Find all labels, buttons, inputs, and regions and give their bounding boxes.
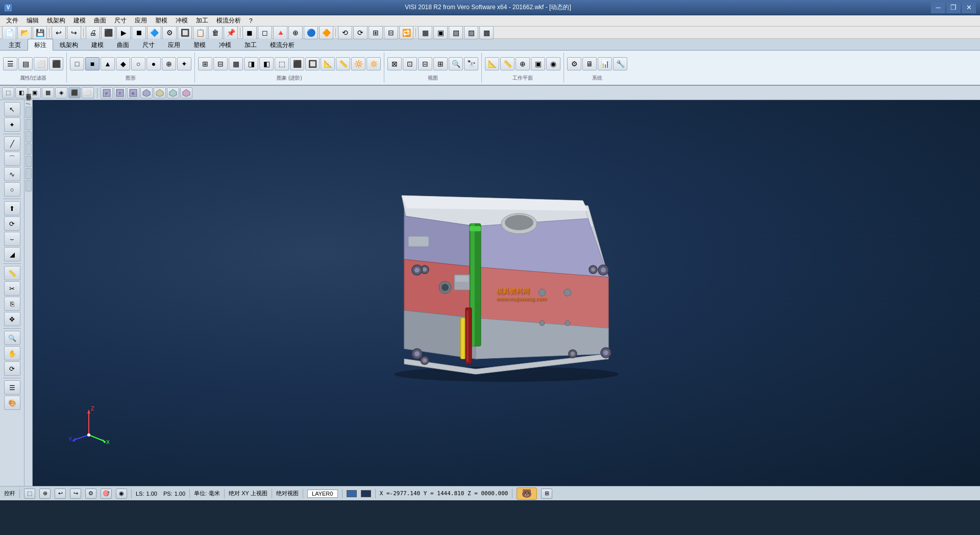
- sys-btn-1[interactable]: ⚙: [567, 57, 581, 70]
- tab-home[interactable]: 主页: [2, 39, 28, 50]
- tool-zoom[interactable]: 🔍: [4, 331, 20, 345]
- toolbar-btn-22[interactable]: ▣: [433, 26, 448, 39]
- view-btn-4[interactable]: ⊞: [433, 57, 448, 70]
- prop-strip-btn-3[interactable]: [26, 131, 32, 142]
- img-btn-11[interactable]: 🔆: [351, 57, 365, 70]
- view-mode-shade-edge[interactable]: ▦: [42, 87, 54, 99]
- shape-btn-8[interactable]: ✦: [177, 57, 191, 70]
- prop-strip-btn-4[interactable]: [26, 143, 32, 155]
- menu-dimension[interactable]: 尺寸: [110, 15, 131, 26]
- toolbar-btn-4[interactable]: 🔷: [147, 26, 161, 39]
- tab-wireframe[interactable]: 线架构: [53, 39, 85, 50]
- toolbar-btn-7[interactable]: 📋: [193, 26, 207, 39]
- img-btn-5[interactable]: ◧: [259, 57, 274, 70]
- toolbar-btn-11[interactable]: ◻: [258, 26, 272, 39]
- wp-btn-2[interactable]: 📏: [500, 57, 514, 70]
- img-btn-3[interactable]: ▦: [229, 57, 243, 70]
- tool-point[interactable]: ✦: [4, 117, 20, 132]
- tool-rotate3d[interactable]: ⟳: [4, 361, 20, 376]
- maximize-button[interactable]: ❐: [946, 2, 961, 13]
- toolbar-btn-14[interactable]: 🔵: [304, 26, 318, 39]
- tool-layer[interactable]: ☰: [4, 380, 20, 395]
- wp-btn-5[interactable]: ◉: [546, 57, 560, 70]
- toolbar-btn-1[interactable]: ⬛: [101, 26, 115, 39]
- menu-model[interactable]: 建模: [69, 15, 90, 26]
- prop-btn-2[interactable]: ▤: [18, 57, 33, 70]
- view-mode-trans[interactable]: ◈: [55, 87, 67, 99]
- view-btn-1[interactable]: ⊠: [387, 57, 402, 70]
- toolbar-btn-15[interactable]: 🔶: [319, 26, 333, 39]
- tab-annotation[interactable]: 标注: [28, 39, 53, 51]
- sys-btn-4[interactable]: 🔧: [613, 57, 627, 70]
- view-mode-wire[interactable]: ⬚: [2, 87, 14, 99]
- close-button[interactable]: ✕: [962, 2, 976, 13]
- shape-btn-3[interactable]: ▲: [101, 57, 115, 70]
- tab-surface[interactable]: 曲面: [110, 39, 136, 50]
- shape-btn-7[interactable]: ⊕: [162, 57, 176, 70]
- tab-die[interactable]: 冲模: [212, 39, 238, 50]
- status-grid-btn[interactable]: ⊞: [541, 489, 552, 499]
- sys-btn-2[interactable]: 🖥: [582, 57, 597, 70]
- view-btn-2[interactable]: ⊡: [403, 57, 417, 70]
- toolbar-btn-25[interactable]: ▩: [479, 26, 494, 39]
- tab-solid[interactable]: 建模: [85, 39, 110, 50]
- tool-copy[interactable]: ⎘: [4, 297, 20, 311]
- toolbar-btn-3[interactable]: ⏹: [132, 26, 146, 39]
- wp-btn-1[interactable]: 📐: [485, 57, 499, 70]
- save-button[interactable]: 💾: [33, 26, 47, 39]
- view-iso3[interactable]: [167, 87, 179, 99]
- tab-dimension[interactable]: 尺寸: [136, 39, 161, 50]
- toolbar-btn-19[interactable]: ⊟: [384, 26, 398, 39]
- toolbar-btn-6[interactable]: 🔲: [178, 26, 192, 39]
- status-btn-4[interactable]: ↪: [70, 489, 81, 499]
- status-btn-7[interactable]: ◉: [116, 489, 127, 499]
- toolbar-btn-16[interactable]: ⟲: [338, 26, 352, 39]
- prop-btn-1[interactable]: ☰: [3, 57, 17, 70]
- img-btn-4[interactable]: ◨: [244, 57, 258, 70]
- menu-surface[interactable]: 曲面: [90, 15, 110, 26]
- tool-move[interactable]: ✥: [4, 312, 20, 326]
- tool-fillet[interactable]: ⌣: [4, 232, 20, 246]
- view-iso2[interactable]: [154, 87, 166, 99]
- new-button[interactable]: 📄: [2, 26, 16, 39]
- toolbar-btn-24[interactable]: ▨: [464, 26, 478, 39]
- img-btn-8[interactable]: 🔲: [305, 57, 320, 70]
- shape-btn-5[interactable]: ○: [131, 57, 145, 70]
- menu-die[interactable]: 冲模: [172, 15, 192, 26]
- toolbar-btn-2[interactable]: ▶: [116, 26, 131, 39]
- toolbar-btn-12[interactable]: 🔺: [273, 26, 287, 39]
- img-btn-6[interactable]: ⬚: [275, 57, 289, 70]
- status-btn-5[interactable]: ⚙: [85, 489, 96, 499]
- tool-revolve[interactable]: ⟳: [4, 216, 20, 231]
- img-btn-1[interactable]: ⊞: [198, 57, 212, 70]
- shape-btn-1[interactable]: □: [70, 57, 84, 70]
- view-btn-3[interactable]: ⊟: [418, 57, 432, 70]
- tab-mold[interactable]: 塑模: [187, 39, 212, 50]
- shape-btn-4[interactable]: ◆: [116, 57, 130, 70]
- img-btn-7[interactable]: ⬛: [290, 57, 304, 70]
- view-btn-6[interactable]: 🔭: [464, 57, 478, 70]
- tool-pan[interactable]: ✋: [4, 346, 20, 360]
- menu-mold[interactable]: 塑模: [151, 15, 172, 26]
- 3d-viewport[interactable]: 模具资料网 www.mujuwang.com Z X Y: [33, 100, 980, 486]
- status-btn-1[interactable]: ⬚: [24, 489, 35, 499]
- tool-extrude[interactable]: ⬆: [4, 201, 20, 215]
- status-btn-3[interactable]: ↩: [55, 489, 66, 499]
- view-mode-3d[interactable]: ⬛: [68, 87, 81, 99]
- toolbar-btn-9[interactable]: 📌: [224, 26, 238, 39]
- toolbar-btn-17[interactable]: ⟳: [353, 26, 368, 39]
- status-btn-6[interactable]: 🎯: [101, 489, 112, 499]
- prop-strip-btn-1[interactable]: [26, 107, 32, 118]
- menu-apply[interactable]: 应用: [131, 15, 151, 26]
- prop-strip-btn-5[interactable]: [26, 156, 32, 167]
- view-top[interactable]: T: [114, 87, 126, 99]
- img-btn-10[interactable]: 📏: [336, 57, 350, 70]
- tool-select[interactable]: ↖: [4, 102, 20, 116]
- redo-button[interactable]: ↪: [67, 26, 81, 39]
- toolbar-btn-21[interactable]: ▦: [418, 26, 432, 39]
- menu-machining[interactable]: 加工: [192, 15, 212, 26]
- view-mode-2d[interactable]: ⬜: [82, 87, 94, 99]
- toolbar-btn-18[interactable]: ⊞: [369, 26, 383, 39]
- tool-line[interactable]: ╱: [4, 136, 20, 151]
- menu-help[interactable]: ?: [245, 16, 257, 26]
